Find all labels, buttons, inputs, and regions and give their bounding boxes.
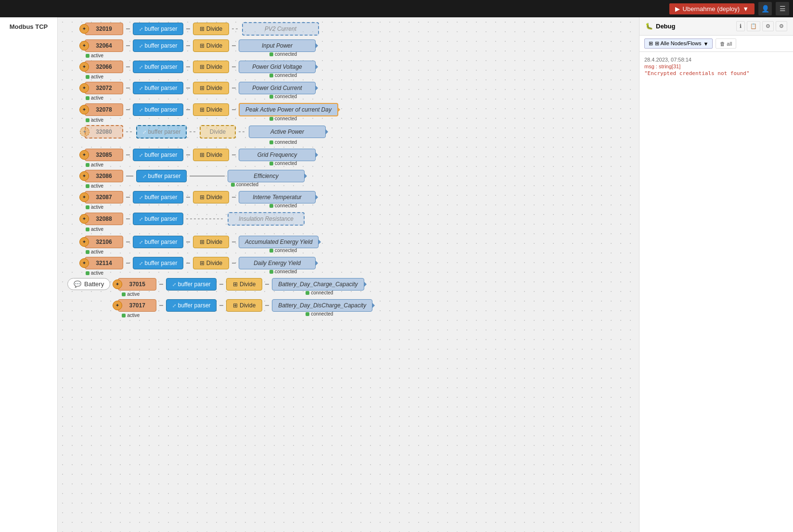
filter-nodes-btn[interactable]: ⊞ ⊞ Alle Nodes/Flows ▼ xyxy=(644,38,713,49)
buffer-node-32114[interactable]: ⤢ buffer parser xyxy=(133,257,183,269)
status-label: connected xyxy=(311,311,333,317)
output-node-37015[interactable]: Battery_Day_Charge_Capacity xyxy=(272,278,364,291)
debug-settings-btn2[interactable]: ⚙ xyxy=(762,21,774,31)
menu-icon[interactable]: ☰ xyxy=(776,2,789,15)
buffer-node-32072[interactable]: ⤢ buffer parser xyxy=(133,82,183,94)
output-node-32072[interactable]: Power Grid Current xyxy=(239,82,316,94)
debug-gear-btn[interactable]: ⚙ xyxy=(776,21,787,31)
output-node-37017[interactable]: Battery_Day_DisCharge_Capacity xyxy=(272,299,372,312)
output-node-32080[interactable]: Active Power xyxy=(249,126,326,138)
buffer-node-32019[interactable]: ⤢ buffer parser xyxy=(133,23,183,35)
divide-node-32087[interactable]: ⊞ Divide xyxy=(193,191,229,203)
divide-node-32064[interactable]: ⊞ Divide xyxy=(193,39,229,52)
buffer-node-32086[interactable]: ⤢ buffer parser xyxy=(136,170,187,182)
status-dot xyxy=(306,291,309,295)
sidebar-title: Modbus TCP xyxy=(10,23,48,30)
modbus-node-32087[interactable]: ✦ 32087 xyxy=(85,191,123,203)
divide-node-32085[interactable]: ⊞ Divide xyxy=(193,149,229,161)
divide-node-37015[interactable]: ⊞ Divide xyxy=(226,278,262,291)
status-dot xyxy=(86,75,90,79)
divide-node-32072[interactable]: ⊞ Divide xyxy=(193,82,229,94)
output-status-32114: connected xyxy=(269,269,316,274)
nodes-line: ✦ 32066 ⤢ buffer parser ⊞ Divide xyxy=(67,61,316,73)
connector xyxy=(232,109,236,110)
output-node-32066[interactable]: Power Grid Voltage xyxy=(239,61,316,73)
divide-node-32078[interactable]: ⊞ Divide xyxy=(193,103,229,116)
divide-node-32066[interactable]: ⊞ Divide xyxy=(193,61,229,73)
modbus-node-32064[interactable]: ✦ 32064 xyxy=(85,39,123,52)
output-node-32114[interactable]: Daily Energy Yield xyxy=(239,257,316,269)
status-label: connected xyxy=(275,94,297,99)
connector xyxy=(159,305,163,306)
buffer-node-37015[interactable]: ⤢ buffer parser xyxy=(166,278,217,291)
buffer-node-32066[interactable]: ⤢ buffer parser xyxy=(133,61,183,73)
modbus-node-32080[interactable]: ✦ 32080 xyxy=(85,125,123,139)
flow-row-content: ✦ 32072 ⤢ buffer parser ⊞ Divide xyxy=(67,82,316,99)
modbus-node-32114[interactable]: ✦ 32114 xyxy=(85,257,123,269)
output-node-32087[interactable]: Interne Temperatur xyxy=(239,191,316,203)
output-node-32064[interactable]: Input Power xyxy=(239,39,316,52)
modbus-icon: ✦ xyxy=(79,192,89,202)
battery-label-node[interactable]: 💬 Battery xyxy=(67,278,110,290)
output-status-32066: connected xyxy=(269,73,316,78)
modbus-node-37017[interactable]: ✦ 37017 xyxy=(118,299,156,312)
buffer-node-32078[interactable]: ⤢ buffer parser xyxy=(133,103,183,116)
modbus-node-32086[interactable]: ✦ 32086 xyxy=(85,170,123,182)
nodes-line: ✦ 32072 ⤢ buffer parser ⊞ Divide xyxy=(67,82,316,94)
modbus-node-32085[interactable]: ✦ 32085 xyxy=(85,149,123,161)
buffer-node-32106[interactable]: ⤢ buffer parser xyxy=(133,236,183,248)
status-dot xyxy=(86,271,90,275)
divide-node-32106[interactable]: ⊞ Divide xyxy=(193,236,229,248)
buffer-node-32064[interactable]: ⤢ buffer parser xyxy=(133,39,183,52)
divide-label: Divide xyxy=(206,25,222,32)
status-label: connected xyxy=(275,116,297,121)
output-status-32080: connected xyxy=(269,139,326,145)
modbus-node-32066[interactable]: ✦ 32066 xyxy=(85,61,123,73)
status-label: connected xyxy=(275,203,297,208)
connector xyxy=(126,66,130,67)
modbus-node-32072[interactable]: ✦ 32072 xyxy=(85,82,123,94)
debug-copy-btn[interactable]: 📋 xyxy=(747,21,760,31)
output-node-32019[interactable]: PV2 Current xyxy=(242,22,319,36)
user-icon[interactable]: 👤 xyxy=(758,2,772,15)
output-node-32088[interactable]: Insulation Resistance xyxy=(228,212,305,226)
modbus-node-32106[interactable]: ✦ 32106 xyxy=(85,236,123,248)
status-dot xyxy=(86,184,90,188)
divide-node-32019[interactable]: ⊞ Divide xyxy=(193,23,229,35)
buffer-node-37017[interactable]: ⤢ buffer parser xyxy=(166,299,217,312)
connector xyxy=(126,28,130,29)
status-label: active xyxy=(91,204,103,210)
output-node-32085[interactable]: Grid Frequency xyxy=(239,149,316,161)
modbus-node-32019[interactable]: ✦ 32019 xyxy=(85,23,123,35)
flow-row-content: ✦ 32064 ⤢ buffer parser ⊞ Divide xyxy=(67,39,316,57)
status-dot xyxy=(86,118,90,122)
connector xyxy=(126,45,130,46)
clear-btn[interactable]: 🗑 all xyxy=(716,38,736,49)
status-dot xyxy=(269,74,273,77)
output-node-32086[interactable]: Efficiency xyxy=(228,170,305,182)
output-status-32087: connected xyxy=(269,203,316,208)
debug-info-btn[interactable]: ℹ xyxy=(736,21,745,31)
output-node-32078[interactable]: Peak Active Power of current Day xyxy=(239,103,338,116)
divide-node-32080[interactable]: Divide xyxy=(200,125,236,139)
buffer-node-32080[interactable]: ⤢ buffer parser xyxy=(136,125,187,139)
buffer-node-32085[interactable]: ⤢ buffer parser xyxy=(133,149,183,161)
buffer-node-32087[interactable]: ⤢ buffer parser xyxy=(133,191,183,203)
modbus-node-32078[interactable]: ✦ 32078 xyxy=(85,103,123,116)
deploy-button[interactable]: ▶ Ubernahme (deploy) ▼ xyxy=(669,3,755,14)
msg-value-text: "Encrypted credentials not found" xyxy=(644,70,750,76)
connector-dashed xyxy=(190,131,197,132)
divide-node-32114[interactable]: ⊞ Divide xyxy=(193,257,229,269)
debug-header: 🐛 Debug ℹ 📋 ⚙ ⚙ xyxy=(640,17,793,36)
connector-dashed xyxy=(232,28,239,29)
output-node-32106[interactable]: Accumulated Energy Yield xyxy=(239,236,319,248)
flow-row-32072: ✦ 32072 ⤢ buffer parser ⊞ Divide xyxy=(67,82,629,99)
connector xyxy=(232,241,236,242)
status-label: connected xyxy=(275,73,297,78)
divide-node-37017[interactable]: ⊞ Divide xyxy=(226,299,262,312)
canvas[interactable]: ✦ 32019 ⤢ buffer parser ⊞ Divide xyxy=(58,17,639,532)
status-dot xyxy=(231,183,235,187)
modbus-node-32088[interactable]: ✦ 32088 xyxy=(85,213,123,225)
buffer-node-32088[interactable]: ⤢ buffer parser xyxy=(133,213,183,225)
modbus-node-37015[interactable]: ✦ 37015 xyxy=(118,278,156,291)
